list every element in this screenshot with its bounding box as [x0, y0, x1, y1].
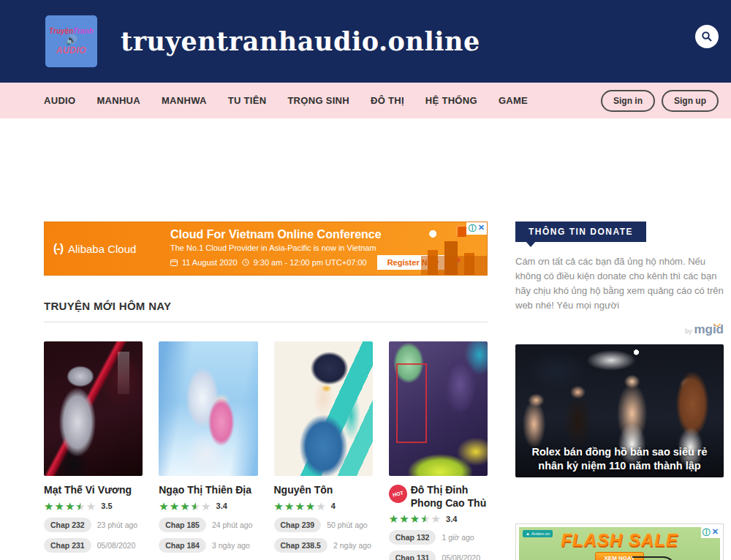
native-ad[interactable]: Rolex bán đồng hồ bản sao siêu rẻ nhân k…: [515, 344, 724, 477]
mgid-attribution: by ◡mgid: [515, 322, 724, 337]
chapter-badge[interactable]: Chap 132: [389, 530, 436, 545]
star-rating-icons: ★★★★★: [389, 513, 442, 524]
star-full-icon: ★: [54, 500, 64, 512]
chapter-badge[interactable]: Chap 184: [159, 538, 206, 553]
chapter-time: 3 ngày ago: [212, 541, 250, 550]
chapter-badge[interactable]: Chap 131: [389, 550, 436, 560]
star-full-icon: ★: [389, 512, 399, 525]
chapter-time: 05/08/2020: [97, 541, 136, 550]
section-title: TRUYỆN MỚI HÔM NAY: [44, 300, 488, 322]
comic-card: Mạt Thế Vi Vương ★★★★★ 3.5 Chap 232 23 p…: [44, 341, 143, 560]
rating-value: 3.4: [216, 502, 227, 510]
chapter-time: 24 phút ago: [212, 521, 252, 529]
flash-ad-brand-badge: ▲Antien.vn: [523, 530, 553, 537]
comic-cover-image[interactable]: [159, 341, 257, 476]
chapter-time: 05/08/2020: [442, 553, 480, 560]
rating-row: ★★★★★ 4: [274, 501, 373, 512]
chapter-row: Chap 184 3 ngày ago: [159, 538, 257, 553]
star-full-icon: ★: [170, 500, 180, 512]
alibaba-brand-name: Alibaba Cloud: [68, 243, 136, 255]
site-title[interactable]: truyentranhaudio.online: [121, 26, 480, 56]
search-icon: [701, 31, 713, 42]
banner-ad-date: 11 August 2020: [182, 258, 238, 267]
nav-items: AUDIOMANHUAMANHWATU TIÊNTRỌNG SINHĐÔ THỊ…: [44, 95, 528, 106]
rating-value: 4: [331, 502, 336, 510]
star-full-icon: ★: [295, 500, 305, 512]
banner-ad-details: 11 August 2020 9:30 am - 12:00 pm UTC+07…: [170, 255, 463, 270]
chapter-time: 1 giờ ago: [442, 533, 474, 542]
sign-up-button[interactable]: Sign up: [662, 90, 719, 112]
star-half-icon: ★: [191, 500, 201, 512]
chapter-badge[interactable]: Chap 232: [44, 518, 91, 532]
logo-text-bottom: AUDIO: [56, 45, 86, 56]
banner-ad-subtitle: The No.1 Cloud Provider in Asia-Pacific …: [170, 243, 463, 252]
comic-title-row: HOT Đô Thị Đỉnh Phong Cao Thủ: [389, 484, 488, 510]
chapter-row: Chap 132 1 giờ ago: [389, 530, 488, 545]
rating-value: 3.4: [446, 515, 457, 523]
nav-item-tu-tiên[interactable]: TU TIÊN: [228, 95, 267, 106]
star-empty-icon: ★: [316, 500, 326, 512]
nav-item-game[interactable]: GAME: [499, 95, 528, 106]
chapter-row: Chap 231 05/08/2020: [44, 538, 143, 553]
banner-ad-copy: Cloud For Vietnam Online Conference The …: [170, 228, 463, 270]
comic-title[interactable]: Mạt Thế Vi Vương: [44, 484, 132, 497]
donate-badge-arrow: [526, 241, 536, 247]
chapter-badge[interactable]: Chap 238.5: [274, 538, 327, 553]
banner-gift-icon: [456, 225, 466, 237]
chapter-row: Chap 239 50 phút ago: [274, 518, 373, 532]
chapter-row: Chap 238.5 2 ngày ago: [274, 538, 373, 553]
star-full-icon: ★: [274, 500, 284, 512]
comic-card: Nguyên Tôn ★★★★★ 4 Chap 239 50 phút ago …: [274, 341, 373, 560]
comic-cover-image[interactable]: [389, 341, 488, 476]
nav-item-hệ-thống[interactable]: HỆ THỐNG: [425, 95, 477, 106]
nav-item-manhua[interactable]: MANHUA: [96, 95, 140, 106]
chapter-time: 2 ngày ago: [333, 541, 371, 550]
flash-ad-info-icon[interactable]: ⓘ: [702, 527, 711, 538]
search-button[interactable]: [695, 25, 719, 48]
rating-row: ★★★★★ 3.4: [159, 501, 257, 512]
chapter-badge[interactable]: Chap 239: [274, 518, 322, 532]
auth-buttons: Sign in Sign up: [601, 90, 719, 112]
banner-ad-title: Cloud For Vietnam Online Conference: [170, 228, 463, 241]
star-half-icon: ★: [420, 512, 431, 525]
mgid-logo[interactable]: ◡mgid: [694, 322, 724, 337]
rating-row: ★★★★★ 3.4: [389, 513, 488, 524]
comic-title-row: Nguyên Tôn: [274, 484, 373, 497]
site-logo[interactable]: TruyệnTranh 🔊 AUDIO: [45, 15, 97, 67]
ad-close-icon[interactable]: ✕: [478, 223, 485, 234]
flash-sale-ad-body: ▲Antien.vn FLASH SALE XEM NGAY: [519, 527, 720, 560]
nav-item-audio[interactable]: AUDIO: [44, 95, 75, 106]
star-full-icon: ★: [159, 500, 169, 512]
chapter-badge[interactable]: Chap 185: [159, 518, 206, 532]
star-empty-icon: ★: [201, 500, 211, 512]
comic-title[interactable]: Nguyên Tôn: [274, 484, 333, 497]
comic-title[interactable]: Đô Thị Đỉnh Phong Cao Thủ: [411, 484, 488, 510]
ad-info-icon[interactable]: ⓘ: [469, 223, 477, 234]
rating-value: 3.5: [101, 502, 112, 510]
comic-cover-image[interactable]: [274, 341, 373, 476]
rating-row: ★★★★★ 3.5: [44, 501, 143, 512]
chapter-badge[interactable]: Chap 231: [44, 538, 91, 553]
flash-sale-ad[interactable]: ▲Antien.vn FLASH SALE XEM NGAY ⓘ ✕: [515, 523, 724, 560]
comic-title-row: Mạt Thế Vi Vương: [44, 484, 143, 497]
sidebar: THÔNG TIN DONATE Cám ơn tất cả các bạn đ…: [515, 118, 724, 560]
nav-item-trọng-sinh[interactable]: TRỌNG SINH: [287, 95, 349, 106]
star-full-icon: ★: [410, 512, 420, 525]
chapter-time: 23 phút ago: [97, 521, 137, 529]
sign-in-button[interactable]: Sign in: [601, 90, 655, 112]
comic-cover-image[interactable]: [44, 341, 143, 476]
flash-ad-controls: ⓘ ✕: [701, 527, 720, 538]
hot-badge: HOT: [387, 483, 409, 505]
donate-title-badge: THÔNG TIN DONATE: [515, 222, 646, 242]
flash-ad-close-icon[interactable]: ✕: [712, 527, 719, 538]
comic-title[interactable]: Ngạo Thị Thiên Địa: [159, 484, 251, 497]
star-empty-icon: ★: [86, 500, 96, 512]
flash-brand-icon: ▲: [526, 531, 530, 536]
flash-cable-image: [632, 556, 676, 560]
nav-item-manhwa[interactable]: MANHWA: [162, 95, 207, 106]
left-column: (-) Alibaba Cloud Cloud For Vietnam Onli…: [44, 118, 488, 560]
comic-card: HOT Đô Thị Đỉnh Phong Cao Thủ ★★★★★ 3.4 …: [389, 341, 488, 560]
nav-item-đô-thị[interactable]: ĐÔ THỊ: [371, 95, 404, 106]
banner-ad[interactable]: (-) Alibaba Cloud Cloud For Vietnam Onli…: [44, 222, 488, 276]
native-ad-text: Rolex bán đồng hồ bản sao siêu rẻ nhân k…: [515, 445, 724, 473]
